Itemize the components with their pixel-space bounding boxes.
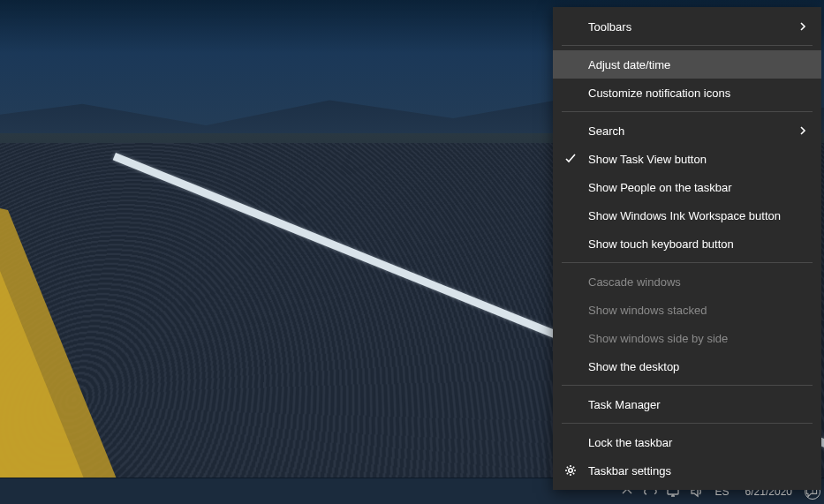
menu-task-manager-label: Task Manager (588, 398, 661, 411)
menu-cascade-windows: Cascade windows (553, 267, 821, 296)
menu-customize-notification-icons-label: Customize notification icons (588, 87, 730, 100)
menu-taskbar-settings[interactable]: Taskbar settings (553, 456, 821, 485)
menu-show-desktop-label: Show the desktop (588, 360, 679, 373)
menu-show-people-label: Show People on the taskbar (588, 181, 732, 194)
menu-show-windows-stacked: Show windows stacked (553, 296, 821, 324)
menu-show-people[interactable]: Show People on the taskbar (553, 173, 821, 201)
menu-show-ink-workspace-label: Show Windows Ink Workspace button (588, 209, 781, 222)
menu-show-task-view-button[interactable]: Show Task View button (553, 145, 821, 173)
menu-adjust-datetime-label: Adjust date/time (588, 58, 670, 71)
menu-adjust-datetime[interactable]: Adjust date/time (553, 50, 821, 79)
menu-task-manager[interactable]: Task Manager (553, 390, 821, 418)
menu-separator (562, 262, 813, 263)
gear-icon (563, 463, 578, 478)
svg-point-1 (569, 469, 572, 472)
chevron-right-icon (798, 20, 807, 34)
menu-customize-notification-icons[interactable]: Customize notification icons (553, 79, 821, 107)
menu-show-desktop[interactable]: Show the desktop (553, 352, 821, 380)
menu-show-windows-stacked-label: Show windows stacked (588, 304, 707, 317)
check-icon (563, 152, 578, 166)
menu-separator (562, 385, 813, 386)
menu-search[interactable]: Search (553, 117, 821, 145)
menu-show-touch-keyboard-label: Show touch keyboard button (588, 237, 734, 251)
taskbar-context-menu: Toolbars Adjust date/time Customize noti… (553, 7, 821, 490)
menu-taskbar-settings-label: Taskbar settings (588, 464, 671, 478)
menu-separator (562, 111, 813, 112)
menu-show-touch-keyboard[interactable]: Show touch keyboard button (553, 229, 821, 258)
menu-separator (562, 45, 813, 46)
menu-show-ink-workspace[interactable]: Show Windows Ink Workspace button (553, 201, 821, 229)
menu-separator (562, 423, 813, 424)
menu-show-windows-side-by-side-label: Show windows side by side (588, 332, 728, 345)
menu-lock-taskbar[interactable]: Lock the taskbar (553, 428, 821, 456)
menu-show-task-view-button-label: Show Task View button (588, 153, 707, 166)
chevron-right-icon (798, 124, 807, 138)
menu-show-windows-side-by-side: Show windows side by side (553, 324, 821, 352)
menu-lock-taskbar-label: Lock the taskbar (588, 436, 672, 449)
menu-toolbars-label: Toolbars (588, 20, 631, 34)
menu-toolbars[interactable]: Toolbars (553, 12, 821, 41)
menu-search-label: Search (588, 124, 624, 138)
menu-cascade-windows-label: Cascade windows (588, 275, 681, 289)
